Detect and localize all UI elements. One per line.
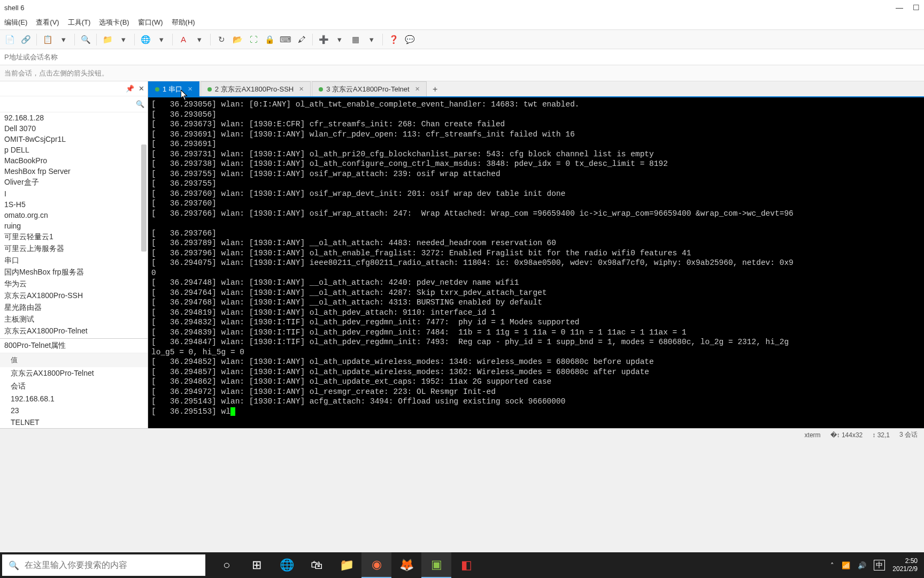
- tab-close-icon[interactable]: ✕: [415, 86, 420, 93]
- session-item[interactable]: 可里云上海服务器: [0, 243, 148, 255]
- highlight-icon[interactable]: 🖍: [296, 34, 307, 45]
- session-item[interactable]: 星光路由器: [0, 302, 148, 314]
- dropdown-icon[interactable]: ▾: [156, 34, 167, 45]
- status-bar: xterm �↕ 144x32 ↕ 32,1 3 会话: [0, 428, 924, 441]
- session-item[interactable]: 京东云AX1800Pro-Telnet: [0, 325, 148, 337]
- status-dot-icon: [155, 87, 159, 92]
- tab-close-icon[interactable]: ✕: [188, 86, 192, 93]
- terminal-line: [ 36.294764] wlan: [1930:I:ANY] __ol_ath…: [151, 288, 921, 298]
- session-item[interactable]: 1S-H5: [0, 199, 148, 210]
- session-list[interactable]: 92.168.1.28Dell 3070OMIT-8wCsjCpr1Lp DEL…: [0, 112, 148, 338]
- terminal-line: [ 36.293755]: [151, 179, 921, 189]
- session-item[interactable]: MeshBox frp Server: [0, 166, 148, 177]
- terminal-line: [ 36.295143] wlan: [1930:I:ANY] acfg_att…: [151, 397, 921, 407]
- terminal-line: [ 36.293755] wlan: [1930:I:ANY] osif_wra…: [151, 169, 921, 179]
- tray-up-icon[interactable]: ˄: [830, 561, 834, 569]
- tab-close-icon[interactable]: ✕: [299, 86, 304, 93]
- add-icon[interactable]: ➕: [318, 34, 329, 45]
- tray-volume-icon[interactable]: 🔊: [858, 561, 866, 569]
- store-icon[interactable]: 🛍: [302, 552, 332, 578]
- menu-window[interactable]: 窗口(W): [138, 18, 163, 27]
- font-icon[interactable]: A: [178, 34, 189, 45]
- menu-help[interactable]: 帮助(H): [172, 18, 195, 27]
- tab[interactable]: 3 京东云AX1800Pro-Telnet✕: [312, 81, 426, 96]
- app2-icon[interactable]: ◧: [451, 552, 481, 578]
- tab[interactable]: 1 串口✕: [148, 81, 199, 96]
- menu-tools[interactable]: 工具(T): [68, 18, 91, 27]
- properties-header: 值: [0, 353, 148, 367]
- dropdown-icon[interactable]: ▾: [58, 34, 69, 45]
- globe-icon[interactable]: 🌐: [140, 34, 151, 45]
- pin-icon[interactable]: 📌: [126, 85, 134, 93]
- session-item[interactable]: 串口: [0, 255, 148, 267]
- terminal-line: [ 36.294748] wlan: [1930:I:ANY] __ol_ath…: [151, 278, 921, 288]
- tab-add-button[interactable]: +: [428, 82, 443, 96]
- help-icon[interactable]: ❓: [388, 34, 399, 45]
- session-item[interactable]: p DELL: [0, 144, 148, 155]
- session-item[interactable]: Dell 3070: [0, 123, 148, 134]
- taskview-icon[interactable]: ⊞: [242, 552, 272, 578]
- explorer-icon[interactable]: 📁: [332, 552, 361, 578]
- firefox-icon[interactable]: 🦊: [391, 552, 421, 578]
- menu-bar: 编辑(E) 查看(V) 工具(T) 选项卡(B) 窗口(W) 帮助(H): [0, 15, 924, 30]
- separator: [74, 34, 75, 45]
- dropdown-icon[interactable]: ▾: [118, 34, 129, 45]
- info-bar: 当前会话，点击左侧的箭头按钮。: [0, 65, 924, 81]
- dropdown-icon[interactable]: ▾: [366, 34, 377, 45]
- folder-icon[interactable]: 📁: [102, 34, 113, 45]
- tray-ime[interactable]: 中: [874, 560, 885, 571]
- close-icon[interactable]: ✕: [138, 85, 144, 93]
- refresh-icon[interactable]: ↻: [216, 34, 227, 45]
- minimize-button[interactable]: —: [896, 3, 903, 12]
- camtasia-icon[interactable]: ▣: [421, 552, 451, 578]
- session-item[interactable]: MacBookPro: [0, 155, 148, 166]
- property-value: 会话: [0, 380, 148, 393]
- menu-view[interactable]: 查看(V): [36, 18, 59, 27]
- terminal[interactable]: [ 36.293056] wlan: [0:I:ANY] ol_ath_twt_…: [148, 97, 924, 428]
- session-item[interactable]: omato.org.cn: [0, 210, 148, 220]
- window-title: shell 6: [4, 4, 25, 12]
- open-folder-icon[interactable]: 📂: [232, 34, 243, 45]
- status-size: �↕ 144x32: [830, 431, 863, 439]
- session-item[interactable]: 国内MeshBox frp服务器: [0, 267, 148, 278]
- address-input[interactable]: [4, 53, 920, 61]
- keyboard-icon[interactable]: ⌨: [280, 34, 291, 45]
- lock-icon[interactable]: 🔒: [264, 34, 275, 45]
- session-item[interactable]: I: [0, 188, 148, 199]
- dropdown-icon[interactable]: ▾: [334, 34, 345, 45]
- edge-icon[interactable]: 🌐: [272, 552, 302, 578]
- taskbar-search[interactable]: 🔍: [2, 554, 205, 576]
- tray-network-icon[interactable]: 📶: [842, 561, 850, 569]
- session-item[interactable]: 可里云轻量云1: [0, 231, 148, 243]
- terminal-line: [ 36.293738] wlan: [1930:I:ANY] ol_ath_c…: [151, 159, 921, 169]
- maximize-button[interactable]: ☐: [913, 3, 920, 12]
- app-icon[interactable]: ◉: [361, 552, 391, 578]
- scrollbar[interactable]: [141, 144, 147, 252]
- terminal-line: [ 36.293056]: [151, 110, 921, 120]
- session-item[interactable]: OMIT-8wCsjCpr1L: [0, 134, 148, 144]
- taskbar-search-input[interactable]: [25, 560, 199, 570]
- session-item[interactable]: 92.168.1.28: [0, 112, 148, 123]
- dropdown-icon[interactable]: ▾: [194, 34, 205, 45]
- copy-icon[interactable]: 📋: [42, 34, 53, 45]
- menu-edit[interactable]: 编辑(E): [4, 18, 27, 27]
- terminal-line: [ 36.294862] wlan: [1930:I:ANY] ol_ath_u…: [151, 377, 921, 387]
- tray-clock[interactable]: 2:50 2021/2/9: [892, 557, 918, 573]
- chat-icon[interactable]: 💬: [404, 34, 415, 45]
- terminal-line: [ 36.294857] wlan: [1930:I:ANY] ol_ath_u…: [151, 367, 921, 377]
- session-item[interactable]: 京东云AX1800Pro-SSH: [0, 290, 148, 302]
- layout-icon[interactable]: ▦: [350, 34, 361, 45]
- search-icon[interactable]: 🔍: [136, 100, 144, 108]
- tab[interactable]: 2 京东云AX1800Pro-SSH✕: [201, 81, 311, 96]
- separator: [210, 34, 211, 45]
- session-item[interactable]: Oliver盒子: [0, 177, 148, 188]
- cortana-icon[interactable]: ○: [212, 552, 242, 578]
- session-item[interactable]: ruing: [0, 220, 148, 231]
- session-item[interactable]: 华为云: [0, 278, 148, 290]
- session-item[interactable]: 主板测试: [0, 314, 148, 325]
- connect-icon[interactable]: 🔗: [20, 34, 31, 45]
- menu-tabs[interactable]: 选项卡(B): [99, 18, 129, 27]
- fullscreen-icon[interactable]: ⛶: [248, 34, 259, 45]
- search-icon[interactable]: 🔍: [80, 34, 91, 45]
- new-session-icon[interactable]: 📄: [4, 34, 15, 45]
